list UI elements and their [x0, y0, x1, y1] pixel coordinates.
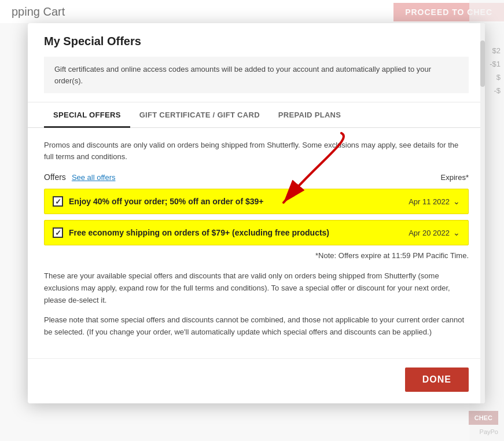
done-button[interactable]: DONE — [405, 368, 469, 392]
tabs-container: SPECIAL OFFERS GIFT CERTIFICATE / GIFT C… — [28, 102, 485, 128]
info-text: Gift certificates and online access code… — [54, 65, 431, 85]
offer-row-1-left: Enjoy 40% off your order; 50% off an ord… — [53, 196, 263, 207]
modal-content: Promos and discounts are only valid on o… — [28, 128, 485, 358]
offer-2-expand-icon[interactable]: ⌄ — [453, 228, 460, 237]
special-offers-modal: My Special Offers Gift certificates and … — [28, 23, 485, 403]
offers-description: Promos and discounts are only valid on o… — [44, 139, 469, 162]
modal-title: My Special Offers — [44, 35, 469, 48]
offer-row-2-right: Apr 20 2022 ⌄ — [409, 228, 460, 237]
offer-1-text: Enjoy 40% off your order; 50% off an ord… — [69, 197, 263, 206]
offers-header: Offers See all offers Expires* — [44, 172, 469, 182]
offer-2-date: Apr 20 2022 — [409, 229, 450, 237]
offer-1-checkbox[interactable] — [53, 196, 63, 207]
see-all-offers-link[interactable]: See all offers — [72, 173, 116, 182]
offer-1-date: Apr 11 2022 — [409, 197, 450, 206]
tab-prepaid-plans[interactable]: PREPAID PLANS — [269, 102, 350, 128]
offer-2-checkbox[interactable] — [53, 227, 63, 238]
footer-text-1: These are your available special offers … — [44, 270, 469, 306]
offer-row-2-left: Free economy shipping on orders of $79+ … — [53, 227, 329, 238]
modal-info-bar: Gift certificates and online access code… — [44, 57, 469, 93]
offer-2-text: Free economy shipping on orders of $79+ … — [69, 228, 329, 237]
offer-row-1[interactable]: Enjoy 40% off your order; 50% off an ord… — [44, 189, 469, 214]
tab-gift-certificate[interactable]: GIFT CERTIFICATE / GIFT CARD — [130, 102, 269, 128]
offers-label: Offers — [44, 172, 66, 182]
expiry-note: *Note: Offers expire at 11:59 PM Pacific… — [44, 251, 469, 260]
offer-row-1-right: Apr 11 2022 ⌄ — [409, 197, 460, 206]
modal-header: My Special Offers Gift certificates and … — [28, 23, 485, 102]
footer-text-2: Please note that some special offers and… — [44, 314, 469, 339]
modal-footer: DONE — [28, 358, 485, 403]
modal-scrollbar[interactable] — [480, 23, 485, 403]
offers-header-left: Offers See all offers — [44, 172, 116, 182]
expires-label: Expires* — [441, 173, 469, 182]
tab-special-offers[interactable]: SPECIAL OFFERS — [44, 102, 130, 128]
scrollbar-thumb[interactable] — [480, 41, 485, 87]
offer-row-2[interactable]: Free economy shipping on orders of $79+ … — [44, 220, 469, 245]
offer-1-expand-icon[interactable]: ⌄ — [453, 197, 460, 206]
